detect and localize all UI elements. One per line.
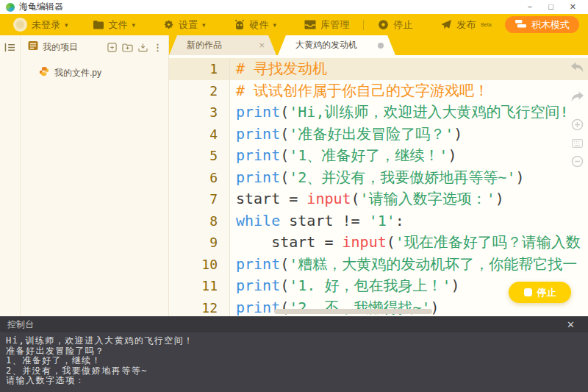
- menu-file-label: 文件: [109, 18, 128, 32]
- block-mode-label: 积木模式: [531, 18, 570, 32]
- stop-square-icon: [524, 288, 532, 296]
- console-line: 请输入数字选项：: [6, 376, 582, 386]
- code-text: print('1、准备好了，继续！'): [229, 145, 588, 167]
- line-number: 7: [169, 188, 229, 210]
- code-line[interactable]: 3print('Hi,训练师，欢迎进入大黄鸡的飞行空间!: [169, 101, 588, 124]
- sidebar-item-file[interactable]: 我的文件.py: [21, 63, 168, 82]
- console-close-icon[interactable]: ✕: [567, 320, 575, 329]
- sidebar: 我的项目 ⋮ 我的文件.py: [0, 35, 169, 316]
- unsaved-dot-icon: [378, 43, 384, 49]
- code-lines: 1# 寻找发动机2# 试试创作属于你自己的文字游戏吧！3print('Hi,训练…: [169, 58, 588, 316]
- line-number: 6: [169, 167, 229, 189]
- minimize-button[interactable]: −: [528, 3, 532, 11]
- menu-bar: 未登录 ▾ 文件 ▾ 设置 ▾ 硬件 ▾ 库管理 停止 发布Bet: [0, 14, 588, 35]
- line-number: 9: [169, 232, 229, 254]
- window-controls: − □ ✕: [528, 3, 582, 11]
- chevron-down-icon: ▾: [132, 21, 136, 29]
- menu-file[interactable]: 文件 ▾: [79, 14, 150, 35]
- stop-run-label: 停止: [537, 286, 556, 299]
- console-title: 控制台: [7, 318, 34, 331]
- paper-plane-icon: [440, 19, 452, 30]
- app-title: 海龟编辑器: [19, 1, 63, 13]
- menu-settings-label: 设置: [179, 18, 198, 32]
- menu-library[interactable]: 库管理: [290, 14, 363, 35]
- line-number: 11: [169, 275, 229, 297]
- console-line: 2、并没有，我要傲娇地再等等~: [6, 366, 582, 377]
- code-line[interactable]: 9 start = input('现在准备好了吗？请输入数: [169, 232, 588, 254]
- beta-badge: Beta: [481, 22, 491, 27]
- menu-hardware-label: 硬件: [250, 18, 269, 32]
- box-icon: [304, 20, 316, 29]
- blocks-icon: [514, 19, 527, 31]
- menu-library-label: 库管理: [320, 18, 349, 32]
- folder-icon: [93, 20, 104, 29]
- chevron-down-icon: ▾: [273, 21, 277, 29]
- block-mode-button[interactable]: 积木模式: [505, 16, 579, 33]
- zoom-out-icon[interactable]: [571, 155, 584, 171]
- project-panel-header: 我的项目 ⋮: [21, 35, 168, 59]
- redo-icon[interactable]: [570, 91, 584, 105]
- line-number: 8: [169, 210, 229, 232]
- menu-publish[interactable]: 发布Beta: [426, 14, 505, 35]
- horizontal-scrollbar[interactable]: [274, 309, 432, 314]
- collapse-sidebar-icon[interactable]: [4, 42, 15, 55]
- stop-run-button[interactable]: 停止: [509, 282, 571, 303]
- code-line[interactable]: 4print('准备好出发冒险了吗？'): [169, 124, 588, 146]
- menu-settings[interactable]: 设置 ▾: [149, 14, 220, 35]
- code-text: while start != '1':: [229, 210, 588, 232]
- code-text: # 寻找发动机: [229, 58, 588, 80]
- app-logo-icon: [6, 3, 15, 12]
- console-panel: 控制台 ✕ Hi,训练师，欢迎进入大黄鸡的飞行空间！准备好出发冒险了吗？1、准备…: [0, 316, 588, 392]
- code-line[interactable]: 7start = input('请输入数字选项：'): [169, 188, 588, 210]
- code-line[interactable]: 5print('1、准备好了，继续！'): [169, 145, 588, 167]
- code-line[interactable]: 6print('2、并没有，我要傲娇地再等等~'): [169, 167, 588, 189]
- python-file-icon: [39, 66, 49, 79]
- maximize-button[interactable]: □: [548, 3, 553, 11]
- line-number: 3: [169, 101, 229, 124]
- tab-label: 大黄鸡的发动机: [295, 39, 357, 51]
- more-options-button[interactable]: ⋮: [153, 43, 162, 52]
- zoom-in-icon[interactable]: [571, 118, 584, 134]
- menu-stop[interactable]: 停止: [364, 14, 426, 35]
- code-line[interactable]: 10print('糟糕，大黄鸡的发动机坏了，你能帮它找一: [169, 254, 588, 276]
- gear-icon: [163, 19, 174, 30]
- code-text: print('2、并没有，我要傲娇地再等等~'): [229, 167, 588, 189]
- tab-close-icon[interactable]: ×: [259, 40, 265, 50]
- project-panel-title: 我的项目: [43, 41, 78, 54]
- code-editor[interactable]: 1# 寻找发动机2# 试试创作属于你自己的文字游戏吧！3print('Hi,训练…: [169, 55, 588, 316]
- account-menu[interactable]: 未登录 ▾: [10, 14, 79, 35]
- file-name: 我的文件.py: [54, 67, 101, 79]
- menu-hardware[interactable]: 硬件 ▾: [220, 14, 291, 35]
- line-number: 4: [169, 124, 229, 146]
- stop-record-icon: [378, 19, 389, 30]
- account-label: 未登录: [32, 18, 60, 32]
- console-line: 1、准备好了，继续！: [6, 356, 582, 366]
- console-header: 控制台 ✕: [0, 316, 588, 332]
- new-file-button[interactable]: [107, 43, 117, 52]
- code-line[interactable]: 1# 寻找发动机: [169, 58, 588, 80]
- tab-new-work[interactable]: 新的作品 ×: [169, 35, 276, 55]
- project-actions: ⋮: [107, 43, 162, 52]
- code-text: # 试试创作属于你自己的文字游戏吧！: [229, 80, 588, 102]
- chevron-down-icon: ▾: [202, 21, 206, 29]
- line-number: 12: [169, 297, 229, 317]
- title-bar: 海龟编辑器 − □ ✕: [0, 0, 588, 14]
- editor-column: 新的作品 × 大黄鸡的发动机 1# 寻找发动机2# 试试创作属于你自己的文字游戏…: [169, 35, 588, 316]
- robot-icon: [234, 19, 245, 30]
- line-number: 2: [169, 80, 229, 102]
- code-line[interactable]: 2# 试试创作属于你自己的文字游戏吧！: [169, 80, 588, 102]
- console-line: Hi,训练师，欢迎进入大黄鸡的飞行空间！: [6, 336, 582, 346]
- code-text: start = input('现在准备好了吗？请输入数: [229, 232, 588, 254]
- tab-engine[interactable]: 大黄鸡的发动机: [278, 35, 395, 55]
- undo-icon[interactable]: [570, 62, 584, 76]
- project-panel: 我的项目 ⋮ 我的文件.py: [21, 35, 168, 316]
- new-folder-button[interactable]: [122, 43, 133, 52]
- import-button[interactable]: [138, 43, 148, 52]
- console-output[interactable]: Hi,训练师，欢迎进入大黄鸡的飞行空间！准备好出发冒险了吗？1、准备好了，继续！…: [0, 332, 588, 392]
- keyboard-icon[interactable]: [572, 138, 583, 151]
- close-button[interactable]: ✕: [570, 3, 576, 11]
- code-line[interactable]: 8while start != '1':: [169, 210, 588, 232]
- code-text: print('Hi,训练师，欢迎进入大黄鸡的飞行空间!: [229, 101, 588, 124]
- code-text: print('准备好出发冒险了吗？'): [229, 124, 588, 146]
- line-number: 5: [169, 145, 229, 167]
